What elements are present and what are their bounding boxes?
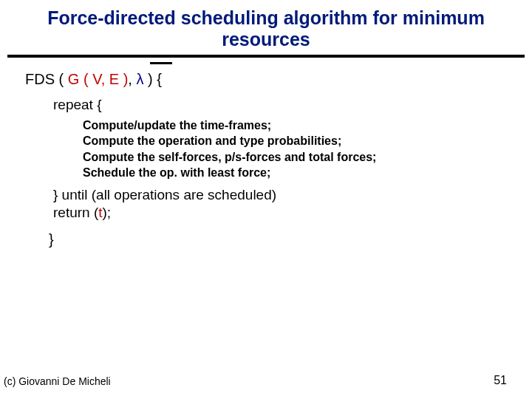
step-line: Compute the self-forces, p/s-forces and … (83, 149, 532, 166)
until-line: } until (all operations are scheduled) (53, 187, 532, 203)
repeat-open: repeat { (53, 97, 532, 113)
sig-v: V, (92, 71, 109, 87)
step-line: Compute/update the time-frames; (83, 117, 532, 134)
until-block: } until (all operations are scheduled) r… (53, 187, 532, 221)
step-line: Schedule the op. with least force; (83, 165, 532, 181)
return-prefix: return ( (53, 205, 98, 220)
return-line: return (t); (53, 205, 532, 221)
algorithm-signature: FDS ( G ( V, E ), λ ) { (25, 71, 532, 88)
sig-prefix: FDS ( (25, 71, 68, 87)
footer-author: (c) Giovanni De Micheli (4, 375, 111, 387)
lambda-overbar (150, 62, 172, 64)
sig-graph-open: G ( (68, 71, 92, 87)
slide-root: Force-directed scheduling algorithm for … (0, 0, 532, 399)
slide-body: FDS ( G ( V, E ), λ ) { repeat { Compute… (0, 58, 532, 248)
sig-e: E (109, 71, 123, 87)
signature-wrap: FDS ( G ( V, E ), λ ) { (25, 71, 162, 88)
footer-page-number: 51 (494, 374, 507, 387)
return-suffix: ); (103, 205, 112, 220)
steps-block: Compute/update the time-frames; Compute … (83, 117, 532, 181)
sig-sep: , (128, 71, 136, 87)
slide-title: Force-directed scheduling algorithm for … (0, 0, 532, 52)
sig-suffix: ) { (143, 71, 161, 87)
close-brace: } (49, 231, 532, 248)
sig-lambda: λ (136, 71, 143, 87)
step-line: Compute the operation and type probabili… (83, 133, 532, 149)
